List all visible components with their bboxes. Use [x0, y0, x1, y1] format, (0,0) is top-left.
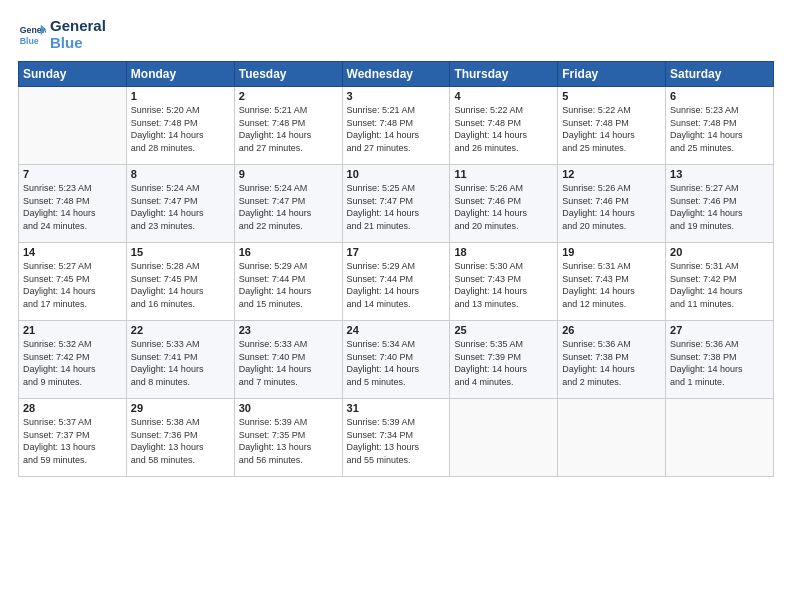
calendar-cell [450, 399, 558, 477]
calendar-cell: 28Sunrise: 5:37 AM Sunset: 7:37 PM Dayli… [19, 399, 127, 477]
cell-content: Sunrise: 5:35 AM Sunset: 7:39 PM Dayligh… [454, 338, 553, 388]
calendar-cell: 24Sunrise: 5:34 AM Sunset: 7:40 PM Dayli… [342, 321, 450, 399]
calendar-cell: 19Sunrise: 5:31 AM Sunset: 7:43 PM Dayli… [558, 243, 666, 321]
cell-content: Sunrise: 5:36 AM Sunset: 7:38 PM Dayligh… [562, 338, 661, 388]
calendar-header-row: SundayMondayTuesdayWednesdayThursdayFrid… [19, 62, 774, 87]
calendar-cell: 7Sunrise: 5:23 AM Sunset: 7:48 PM Daylig… [19, 165, 127, 243]
day-number: 27 [670, 324, 769, 336]
cell-content: Sunrise: 5:30 AM Sunset: 7:43 PM Dayligh… [454, 260, 553, 310]
day-number: 13 [670, 168, 769, 180]
day-number: 30 [239, 402, 338, 414]
day-number: 5 [562, 90, 661, 102]
day-number: 28 [23, 402, 122, 414]
cell-content: Sunrise: 5:31 AM Sunset: 7:42 PM Dayligh… [670, 260, 769, 310]
cell-content: Sunrise: 5:36 AM Sunset: 7:38 PM Dayligh… [670, 338, 769, 388]
cell-content: Sunrise: 5:33 AM Sunset: 7:40 PM Dayligh… [239, 338, 338, 388]
calendar-cell: 14Sunrise: 5:27 AM Sunset: 7:45 PM Dayli… [19, 243, 127, 321]
cell-content: Sunrise: 5:34 AM Sunset: 7:40 PM Dayligh… [347, 338, 446, 388]
calendar-cell: 1Sunrise: 5:20 AM Sunset: 7:48 PM Daylig… [126, 87, 234, 165]
day-number: 15 [131, 246, 230, 258]
svg-text:Blue: Blue [20, 35, 39, 45]
day-number: 8 [131, 168, 230, 180]
day-number: 20 [670, 246, 769, 258]
calendar-day-header: Thursday [450, 62, 558, 87]
cell-content: Sunrise: 5:22 AM Sunset: 7:48 PM Dayligh… [562, 104, 661, 154]
calendar-week-row: 1Sunrise: 5:20 AM Sunset: 7:48 PM Daylig… [19, 87, 774, 165]
logo: General Blue General Blue [18, 18, 106, 51]
cell-content: Sunrise: 5:39 AM Sunset: 7:35 PM Dayligh… [239, 416, 338, 466]
calendar-cell: 20Sunrise: 5:31 AM Sunset: 7:42 PM Dayli… [666, 243, 774, 321]
cell-content: Sunrise: 5:22 AM Sunset: 7:48 PM Dayligh… [454, 104, 553, 154]
day-number: 10 [347, 168, 446, 180]
day-number: 9 [239, 168, 338, 180]
cell-content: Sunrise: 5:33 AM Sunset: 7:41 PM Dayligh… [131, 338, 230, 388]
day-number: 31 [347, 402, 446, 414]
calendar-day-header: Sunday [19, 62, 127, 87]
day-number: 26 [562, 324, 661, 336]
calendar-week-row: 7Sunrise: 5:23 AM Sunset: 7:48 PM Daylig… [19, 165, 774, 243]
cell-content: Sunrise: 5:23 AM Sunset: 7:48 PM Dayligh… [670, 104, 769, 154]
calendar-cell: 6Sunrise: 5:23 AM Sunset: 7:48 PM Daylig… [666, 87, 774, 165]
day-number: 23 [239, 324, 338, 336]
calendar-week-row: 21Sunrise: 5:32 AM Sunset: 7:42 PM Dayli… [19, 321, 774, 399]
calendar-cell: 30Sunrise: 5:39 AM Sunset: 7:35 PM Dayli… [234, 399, 342, 477]
cell-content: Sunrise: 5:20 AM Sunset: 7:48 PM Dayligh… [131, 104, 230, 154]
cell-content: Sunrise: 5:29 AM Sunset: 7:44 PM Dayligh… [347, 260, 446, 310]
calendar-cell: 23Sunrise: 5:33 AM Sunset: 7:40 PM Dayli… [234, 321, 342, 399]
calendar-cell: 27Sunrise: 5:36 AM Sunset: 7:38 PM Dayli… [666, 321, 774, 399]
day-number: 21 [23, 324, 122, 336]
calendar-week-row: 14Sunrise: 5:27 AM Sunset: 7:45 PM Dayli… [19, 243, 774, 321]
cell-content: Sunrise: 5:21 AM Sunset: 7:48 PM Dayligh… [239, 104, 338, 154]
cell-content: Sunrise: 5:37 AM Sunset: 7:37 PM Dayligh… [23, 416, 122, 466]
calendar-cell: 3Sunrise: 5:21 AM Sunset: 7:48 PM Daylig… [342, 87, 450, 165]
calendar-cell: 31Sunrise: 5:39 AM Sunset: 7:34 PM Dayli… [342, 399, 450, 477]
cell-content: Sunrise: 5:27 AM Sunset: 7:45 PM Dayligh… [23, 260, 122, 310]
day-number: 25 [454, 324, 553, 336]
day-number: 18 [454, 246, 553, 258]
calendar-cell: 9Sunrise: 5:24 AM Sunset: 7:47 PM Daylig… [234, 165, 342, 243]
calendar-cell: 18Sunrise: 5:30 AM Sunset: 7:43 PM Dayli… [450, 243, 558, 321]
cell-content: Sunrise: 5:21 AM Sunset: 7:48 PM Dayligh… [347, 104, 446, 154]
day-number: 24 [347, 324, 446, 336]
cell-content: Sunrise: 5:23 AM Sunset: 7:48 PM Dayligh… [23, 182, 122, 232]
day-number: 4 [454, 90, 553, 102]
day-number: 1 [131, 90, 230, 102]
cell-content: Sunrise: 5:26 AM Sunset: 7:46 PM Dayligh… [562, 182, 661, 232]
calendar-cell: 21Sunrise: 5:32 AM Sunset: 7:42 PM Dayli… [19, 321, 127, 399]
calendar-cell: 25Sunrise: 5:35 AM Sunset: 7:39 PM Dayli… [450, 321, 558, 399]
calendar-cell [666, 399, 774, 477]
calendar-cell: 15Sunrise: 5:28 AM Sunset: 7:45 PM Dayli… [126, 243, 234, 321]
day-number: 14 [23, 246, 122, 258]
calendar-cell: 4Sunrise: 5:22 AM Sunset: 7:48 PM Daylig… [450, 87, 558, 165]
calendar-day-header: Wednesday [342, 62, 450, 87]
day-number: 17 [347, 246, 446, 258]
calendar-cell: 10Sunrise: 5:25 AM Sunset: 7:47 PM Dayli… [342, 165, 450, 243]
calendar-cell: 26Sunrise: 5:36 AM Sunset: 7:38 PM Dayli… [558, 321, 666, 399]
cell-content: Sunrise: 5:32 AM Sunset: 7:42 PM Dayligh… [23, 338, 122, 388]
day-number: 2 [239, 90, 338, 102]
page-header: General Blue General Blue [18, 18, 774, 51]
day-number: 6 [670, 90, 769, 102]
calendar-cell: 5Sunrise: 5:22 AM Sunset: 7:48 PM Daylig… [558, 87, 666, 165]
day-number: 12 [562, 168, 661, 180]
calendar-day-header: Friday [558, 62, 666, 87]
day-number: 29 [131, 402, 230, 414]
calendar-cell: 22Sunrise: 5:33 AM Sunset: 7:41 PM Dayli… [126, 321, 234, 399]
calendar-cell: 11Sunrise: 5:26 AM Sunset: 7:46 PM Dayli… [450, 165, 558, 243]
cell-content: Sunrise: 5:29 AM Sunset: 7:44 PM Dayligh… [239, 260, 338, 310]
cell-content: Sunrise: 5:38 AM Sunset: 7:36 PM Dayligh… [131, 416, 230, 466]
logo-text-general: General [50, 18, 106, 35]
calendar-cell: 16Sunrise: 5:29 AM Sunset: 7:44 PM Dayli… [234, 243, 342, 321]
day-number: 19 [562, 246, 661, 258]
cell-content: Sunrise: 5:26 AM Sunset: 7:46 PM Dayligh… [454, 182, 553, 232]
cell-content: Sunrise: 5:39 AM Sunset: 7:34 PM Dayligh… [347, 416, 446, 466]
day-number: 3 [347, 90, 446, 102]
calendar-cell [19, 87, 127, 165]
calendar-week-row: 28Sunrise: 5:37 AM Sunset: 7:37 PM Dayli… [19, 399, 774, 477]
day-number: 16 [239, 246, 338, 258]
cell-content: Sunrise: 5:24 AM Sunset: 7:47 PM Dayligh… [239, 182, 338, 232]
cell-content: Sunrise: 5:25 AM Sunset: 7:47 PM Dayligh… [347, 182, 446, 232]
cell-content: Sunrise: 5:31 AM Sunset: 7:43 PM Dayligh… [562, 260, 661, 310]
logo-icon: General Blue [18, 21, 46, 49]
calendar-table: SundayMondayTuesdayWednesdayThursdayFrid… [18, 61, 774, 477]
